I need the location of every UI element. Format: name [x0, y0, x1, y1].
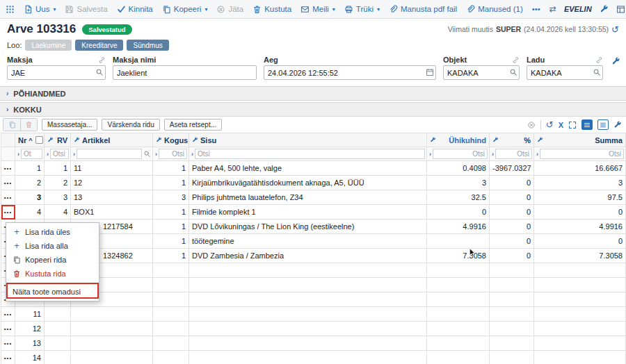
filter-input-uhikuhind[interactable]	[433, 149, 488, 159]
copy-button[interactable]: Kopeeri▾	[162, 5, 208, 14]
cell-pct[interactable]: 0	[490, 234, 534, 249]
cell-sisu[interactable]	[189, 307, 427, 322]
filter-input-sisu[interactable]	[195, 149, 425, 159]
search-icon[interactable]	[593, 68, 601, 76]
cell-artikkel[interactable]: BOX1	[71, 205, 153, 220]
col-header-pct[interactable]: %	[490, 133, 534, 147]
filter-expand-icon[interactable]: ›	[491, 151, 494, 158]
cell-summa[interactable]: 16.6667	[534, 161, 626, 176]
cell-uhikuhind[interactable]: 4.9916	[427, 220, 490, 234]
column-settings-icon[interactable]	[430, 137, 436, 143]
sort-asc-icon[interactable]: ^	[29, 137, 32, 144]
cell-rv[interactable]: 3	[45, 190, 71, 205]
cell-artikkel[interactable]: 12	[71, 176, 153, 190]
cell-sisu[interactable]	[189, 351, 427, 364]
filter-input-nr[interactable]	[21, 149, 42, 159]
wrench-icon[interactable]	[600, 5, 609, 14]
payer-input[interactable]	[7, 65, 106, 80]
attachments-button[interactable]: Manused (1)	[466, 5, 523, 14]
cell-artikkel[interactable]: 13	[71, 190, 153, 205]
swap-icon[interactable]: ⇄	[549, 4, 556, 14]
cell-sisu[interactable]: Philips juhtmeta lauatelefon, Z34	[189, 190, 427, 205]
create-event-button[interactable]: Sündmus	[127, 40, 168, 51]
object-input[interactable]	[443, 65, 520, 80]
cell-kogus[interactable]	[153, 322, 189, 336]
history-undo-icon[interactable]: ↺	[611, 24, 619, 35]
cell-artikkel[interactable]	[71, 307, 153, 322]
cell-pct[interactable]	[490, 263, 534, 278]
filter-expand-icon[interactable]: ›	[428, 151, 431, 158]
cell-nr[interactable]: 1	[15, 161, 45, 176]
cell-kogus[interactable]: 1	[153, 220, 189, 234]
filter-expand-icon[interactable]: ›	[191, 151, 193, 158]
cell-uhikuhind[interactable]	[427, 322, 490, 336]
filter-input-pct[interactable]	[495, 149, 532, 159]
cell-rv[interactable]	[45, 322, 71, 336]
context-menu-item[interactable]: Näita toote omadusi	[6, 283, 99, 299]
cell-summa[interactable]	[534, 336, 626, 351]
cell-summa[interactable]	[534, 263, 626, 278]
link-icon[interactable]	[512, 56, 520, 64]
payer-name-input[interactable]	[113, 65, 257, 80]
mail-button[interactable]: Meili▾	[300, 5, 335, 14]
cell-uhikuhind[interactable]	[427, 307, 490, 322]
column-settings-icon[interactable]	[192, 137, 198, 143]
user-name[interactable]: EVELIN	[564, 5, 592, 13]
cell-sisu[interactable]	[189, 322, 427, 336]
cell-pct[interactable]: 0	[490, 249, 534, 263]
link-icon[interactable]	[98, 56, 106, 64]
cell-rv[interactable]: 1	[45, 161, 71, 176]
cell-pct[interactable]: 0	[490, 220, 534, 234]
cell-summa[interactable]: 7.3058	[534, 249, 626, 263]
cell-sisu[interactable]: Kirjaümbrikuvägatähtisdokument aknaga, A…	[189, 176, 427, 190]
row-menu-handle[interactable]: •••	[1, 205, 15, 220]
row-menu-handle[interactable]: •••	[1, 322, 15, 336]
cell-nr[interactable]: 12	[15, 322, 45, 336]
undo-icon[interactable]: ↺	[546, 119, 554, 130]
cell-sisu[interactable]	[189, 336, 427, 351]
row-menu-handle[interactable]: •••	[1, 176, 15, 190]
search-icon[interactable]	[95, 68, 104, 76]
cell-uhikuhind[interactable]	[427, 263, 490, 278]
cell-kogus[interactable]: 1	[153, 234, 189, 249]
view-dense-toggle[interactable]	[581, 119, 593, 130]
cell-kogus[interactable]	[153, 292, 189, 307]
more-button[interactable]: •••	[532, 5, 540, 13]
cell-kogus[interactable]: 1	[153, 205, 189, 220]
window-layout-button[interactable]: ▾	[616, 5, 626, 14]
cell-summa[interactable]: 97.5	[534, 190, 626, 205]
cell-nr[interactable]: 14	[15, 351, 45, 364]
context-menu-item[interactable]: Kopeeri rida	[6, 253, 99, 267]
col-header-nr[interactable]: Nr^	[15, 133, 45, 147]
attach-pdf-button[interactable]: Manusta pdf fail	[389, 5, 457, 14]
cell-uhikuhind[interactable]	[427, 278, 490, 292]
cell-sisu[interactable]	[189, 263, 427, 278]
cell-uhikuhind[interactable]	[427, 234, 490, 249]
filter-input-artikkel[interactable]	[77, 149, 142, 159]
cell-sisu[interactable]	[189, 292, 427, 307]
cell-nr[interactable]: 13	[15, 336, 45, 351]
cell-pct[interactable]	[490, 278, 534, 292]
cell-kogus[interactable]	[153, 351, 189, 364]
cell-kogus[interactable]: 3	[153, 190, 189, 205]
confirm-button[interactable]: Kinnita	[117, 5, 153, 14]
cell-rv[interactable]	[45, 351, 71, 364]
cell-sisu[interactable]: Filmide komplekt 1	[189, 205, 427, 220]
cell-pct[interactable]: 0	[490, 176, 534, 190]
context-menu-item[interactable]: +Lisa rida üles	[6, 225, 99, 239]
search-icon[interactable]	[509, 68, 517, 76]
filter-input-rv[interactable]	[50, 149, 69, 159]
delete-button[interactable]: Kustuta	[252, 5, 291, 14]
cell-pct[interactable]: 0	[490, 205, 534, 220]
cell-uhikuhind[interactable]	[427, 351, 490, 364]
column-settings-icon[interactable]	[156, 137, 162, 143]
cell-uhikuhind[interactable]: 7.3058	[427, 249, 490, 263]
column-settings-icon[interactable]	[492, 137, 499, 143]
filter-expand-icon[interactable]: ›	[72, 151, 75, 158]
cell-summa[interactable]	[534, 292, 626, 307]
cell-kogus[interactable]: 1	[153, 176, 189, 190]
cell-artikkel[interactable]	[71, 336, 153, 351]
excel-export-icon[interactable]: X	[559, 121, 563, 129]
cell-uhikuhind[interactable]: 32.5	[427, 190, 490, 205]
row-menu-handle[interactable]: •••	[1, 351, 15, 364]
